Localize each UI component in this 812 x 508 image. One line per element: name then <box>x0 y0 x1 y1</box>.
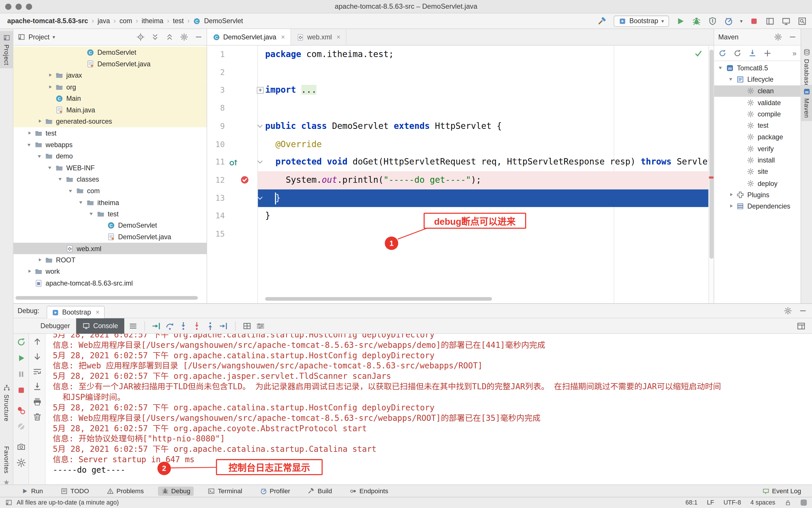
project-tree-row[interactable]: work <box>13 266 207 278</box>
breadcrumb-item[interactable]: test <box>173 17 184 25</box>
tree-expand-arrow-icon[interactable] <box>36 118 43 125</box>
breadcrumb-item[interactable]: apache-tomcat-8.5.63-src <box>7 17 88 25</box>
step-into-icon[interactable] <box>178 321 188 331</box>
close-tab-icon[interactable]: × <box>336 33 340 41</box>
tree-collapse-arrow-icon[interactable] <box>78 199 85 206</box>
stripe-tab-structure[interactable]: Structure <box>0 381 13 425</box>
maven-tree-row[interactable]: deploy <box>714 177 801 189</box>
soft-wrap-icon[interactable] <box>33 367 42 376</box>
profiler-icon[interactable] <box>724 16 733 26</box>
caret-position[interactable]: 68:1 <box>685 499 697 506</box>
project-tree-row[interactable]: DemoServlet.java <box>13 231 207 243</box>
hide-panel-icon[interactable] <box>789 33 797 41</box>
tree-expand-arrow-icon[interactable] <box>36 256 43 263</box>
debug-console[interactable]: 5月 28, 2021 6:02:57 下午 org.apache.catali… <box>45 334 812 484</box>
toolwindow-button-todo[interactable]: TODO <box>57 486 92 496</box>
breadcrumb-item[interactable]: DemoServlet <box>204 17 243 25</box>
clear-all-icon[interactable] <box>33 412 42 421</box>
fold-expand-icon[interactable]: + <box>257 87 263 94</box>
step-over-icon[interactable] <box>165 321 174 331</box>
reload-maven-icon[interactable] <box>718 49 727 57</box>
maven-tree-row[interactable]: Dependencies <box>714 201 801 212</box>
tree-expand-arrow-icon[interactable] <box>26 129 33 137</box>
toolwindow-button-build[interactable]: Build <box>304 486 336 496</box>
project-panel-title[interactable]: Project <box>28 33 49 41</box>
minimize-window-button[interactable] <box>16 4 22 10</box>
maven-tree-row[interactable]: test <box>714 120 801 131</box>
project-tree-row[interactable]: apache-tomcat-8.5.63-src.iml <box>13 278 207 289</box>
toolwindow-button-event-log[interactable]: Event Log <box>758 486 805 496</box>
breadcrumb-item[interactable]: com <box>119 17 132 25</box>
locate-file-icon[interactable] <box>137 33 145 41</box>
chevron-down-icon[interactable]: ▾ <box>740 18 743 24</box>
editor-body[interactable]: 12389101112131415 package com.itheima.te… <box>207 45 714 303</box>
tree-collapse-arrow-icon[interactable] <box>26 141 33 148</box>
debug-session-tab[interactable]: Bootstrap × <box>47 306 105 318</box>
project-tree-row[interactable]: generated-sources <box>13 116 207 127</box>
run-button-icon[interactable] <box>676 16 685 26</box>
maven-tree-row[interactable]: site <box>714 166 801 177</box>
up-stack-trace-icon[interactable] <box>33 337 42 346</box>
force-step-into-icon[interactable] <box>192 321 201 331</box>
project-horizontal-scrollbar[interactable] <box>16 296 198 300</box>
toolwindow-button-terminal[interactable]: Terminal <box>204 486 246 496</box>
search-everywhere-icon[interactable] <box>798 16 807 26</box>
scrollbar-thumb[interactable] <box>709 50 714 259</box>
stop-button-icon[interactable] <box>749 16 759 26</box>
maven-tree-row[interactable]: install <box>714 154 801 166</box>
layout-settings-icon[interactable] <box>796 322 806 331</box>
view-breakpoints-icon[interactable] <box>16 406 26 415</box>
project-tree-row[interactable]: org <box>13 81 207 93</box>
line-separator[interactable]: LF <box>707 499 714 506</box>
toolwindow-button-problems[interactable]: Problems <box>103 486 147 496</box>
toolwindow-button-debug[interactable]: Debug <box>158 486 194 496</box>
project-tree-row[interactable]: com <box>13 185 207 197</box>
maven-tree-row[interactable]: clean <box>714 85 801 97</box>
breadcrumb-item[interactable]: java <box>98 17 110 25</box>
view-options-icon[interactable] <box>255 321 265 331</box>
close-window-button[interactable] <box>5 4 11 10</box>
project-tree-row[interactable]: Main.java <box>13 104 207 116</box>
project-tree-row[interactable]: classes <box>13 173 207 185</box>
expand-all-icon[interactable] <box>151 33 159 41</box>
tree-collapse-arrow-icon[interactable] <box>57 176 64 183</box>
step-out-icon[interactable] <box>205 321 215 331</box>
stripe-tab-favorites[interactable]: Favorites <box>0 443 13 477</box>
gear-icon[interactable] <box>180 33 188 41</box>
run-with-coverage-icon[interactable] <box>708 16 717 26</box>
gear-icon[interactable] <box>784 307 792 315</box>
run-to-cursor-icon[interactable] <box>219 321 228 331</box>
tool-windows-icon[interactable] <box>765 16 775 26</box>
hide-panel-icon[interactable] <box>799 307 807 315</box>
down-stack-trace-icon[interactable] <box>33 352 42 361</box>
breadcrumb-item[interactable]: itheima <box>142 17 163 25</box>
debug-button-icon[interactable] <box>692 16 701 26</box>
preview-monitor-icon[interactable] <box>781 16 791 26</box>
project-tree-row[interactable]: webapps <box>13 139 207 151</box>
stripe-tab-project[interactable]: Project <box>0 31 13 68</box>
tree-collapse-arrow-icon[interactable] <box>88 210 95 217</box>
tree-collapse-arrow-icon[interactable] <box>717 64 725 72</box>
scroll-to-end-icon[interactable] <box>33 382 42 391</box>
tree-collapse-arrow-icon[interactable] <box>67 187 75 194</box>
close-tab-icon[interactable]: × <box>281 33 285 41</box>
run-config-selector[interactable]: Bootstrap ▾ <box>614 15 669 27</box>
tool-window-switcher-icon[interactable] <box>5 499 12 506</box>
editor-tab[interactable]: web.xml× <box>291 29 347 45</box>
tree-expand-arrow-icon[interactable] <box>728 203 735 210</box>
collapse-all-icon[interactable] <box>166 33 173 41</box>
toolwindow-button-endpoints[interactable]: Endpoints <box>346 486 392 496</box>
debug-settings-gear-icon[interactable] <box>16 458 26 467</box>
breakpoint-icon[interactable] <box>240 175 249 185</box>
project-tree-row[interactable]: CDemoServlet <box>13 219 207 231</box>
add-maven-project-icon[interactable] <box>763 49 772 57</box>
more-actions-icon[interactable]: » <box>792 49 796 57</box>
project-tree-row[interactable]: WEB-INF <box>13 162 207 173</box>
maven-tree-row[interactable]: mTomcat8.5 <box>714 62 801 74</box>
tab-console[interactable]: Console <box>76 318 124 334</box>
fold-arrow-icon[interactable] <box>256 194 264 202</box>
evaluate-expression-icon[interactable] <box>242 321 251 331</box>
maven-tree-row[interactable]: Plugins <box>714 189 801 201</box>
rerun-icon[interactable] <box>16 337 26 347</box>
tree-collapse-arrow-icon[interactable] <box>47 164 54 171</box>
